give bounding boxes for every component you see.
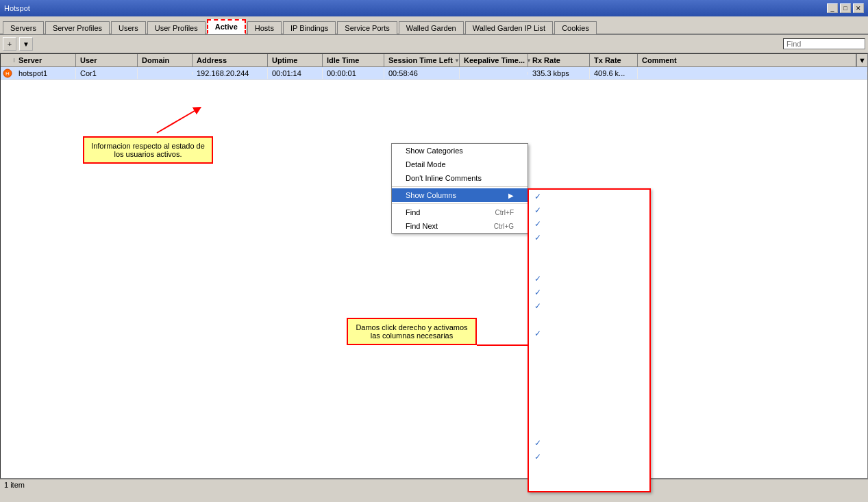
tab-cookies[interactable]: Cookies <box>554 21 597 34</box>
col-menu-button[interactable]: ▼ <box>856 54 867 66</box>
cell-server: hotspot1 <box>14 68 76 79</box>
cell-keepalive-time <box>460 72 528 75</box>
col-session-time-left[interactable]: Session Time Left <box>384 54 460 66</box>
check-keepalive-timeout: ✓ <box>534 329 541 338</box>
sm-limit-bytes-in[interactable]: Limit Bytes In <box>529 340 649 354</box>
sm-packets-out[interactable]: Packets Out <box>529 423 649 436</box>
col-idle-time[interactable]: Idle Time <box>323 54 384 66</box>
check-domain: ✓ <box>534 219 541 229</box>
arrow-1 <box>150 105 205 140</box>
sm-mac-address[interactable]: MAC Address <box>529 244 649 258</box>
table-row[interactable]: H hotspot1 Cor1 192.168.20.244 00:01:14 … <box>1 67 867 80</box>
sm-address[interactable]: ✓Address <box>529 231 649 244</box>
cm-find-next-shortcut: Ctrl+G <box>494 223 514 230</box>
tab-walled-garden[interactable]: Walled Garden <box>399 21 464 34</box>
sm-keepalive-timeout[interactable]: ✓Keepalive Timeout <box>529 327 649 340</box>
check-idle-time: ✓ <box>534 288 541 297</box>
col-uptime[interactable]: Uptime <box>268 54 323 66</box>
sm-rx-rate[interactable]: ✓Rx Rate <box>529 436 649 450</box>
cm-show-categories[interactable]: Show Categories <box>392 144 528 158</box>
cell-tx-rate: 409.6 k... <box>590 68 638 79</box>
cm-sep-1 <box>392 186 528 187</box>
sm-limit-bytes-total[interactable]: Limit Bytes Total <box>529 368 649 381</box>
status-bar: 1 item <box>0 479 868 490</box>
tab-walled-garden-ip-list[interactable]: Walled Garden IP List <box>465 21 553 34</box>
sm-server[interactable]: ✓Server <box>529 190 649 203</box>
annotation-arrow-1 <box>150 105 205 140</box>
toolbar: + ▼ <box>0 35 868 53</box>
cm-sep-2 <box>392 203 528 204</box>
sm-packets-in[interactable]: Packets In <box>529 395 649 409</box>
check-session-time-left: ✓ <box>534 301 541 311</box>
tab-user-profiles[interactable]: User Profiles <box>147 21 206 34</box>
col-address[interactable]: Address <box>193 54 268 66</box>
sm-tx-packets[interactable]: Tx Packets <box>529 477 649 491</box>
close-button[interactable]: ✕ <box>853 3 864 13</box>
check-rx-rate: ✓ <box>534 438 541 448</box>
tab-hosts[interactable]: Hosts <box>247 21 282 34</box>
tab-ip-bindings[interactable]: IP Bindings <box>283 21 336 34</box>
col-keepalive-time[interactable]: Keepalive Time... <box>460 54 528 66</box>
tab-service-ports[interactable]: Service Ports <box>337 21 397 34</box>
add-button[interactable]: + <box>3 37 16 51</box>
sm-bytes-in[interactable]: Bytes In <box>529 381 649 395</box>
annotation-box-1: Informacion respecto al estado de los us… <box>83 136 213 164</box>
context-menu: Show Categories Detail Mode Don't Inline… <box>391 143 528 234</box>
col-comment[interactable]: Comment <box>638 54 856 66</box>
title-bar-buttons: _ □ ✕ <box>827 3 864 13</box>
tab-users[interactable]: Users <box>111 21 146 34</box>
sm-limit-bytes-out[interactable]: Limit Bytes Out <box>529 354 649 368</box>
menu-tabs: Servers Server Profiles Users User Profi… <box>0 16 868 35</box>
tab-servers[interactable]: Servers <box>3 21 44 34</box>
cm-find-shortcut: Ctrl+F <box>495 209 514 216</box>
svg-text:H: H <box>5 71 10 77</box>
hotspot-window: Hotspot _ □ ✕ Servers Server Profiles Us… <box>0 0 868 502</box>
cm-find-next[interactable]: Find Next Ctrl+G <box>392 219 528 233</box>
cell-user: Cor1 <box>76 68 138 79</box>
col-rx-rate[interactable]: Rx Rate <box>528 54 590 66</box>
sm-login-by[interactable]: Login By <box>529 258 649 272</box>
minimize-button[interactable]: _ <box>827 3 838 13</box>
check-uptime: ✓ <box>534 274 541 284</box>
cm-show-columns[interactable]: Show Columns ▶ ✓Server ✓User ✓Domain ✓Ad… <box>392 188 528 202</box>
tab-active[interactable]: Active <box>207 19 246 34</box>
main-content: Server User Domain Address Uptime Idle T… <box>0 53 868 479</box>
tab-server-profiles[interactable]: Server Profiles <box>45 21 110 34</box>
cell-idle-time: 00:00:01 <box>323 68 384 79</box>
cm-find[interactable]: Find Ctrl+F <box>392 205 528 219</box>
row-icon: H <box>1 67 14 79</box>
cm-dont-inline-comments[interactable]: Don't Inline Comments <box>392 171 528 185</box>
col-server[interactable]: Server <box>14 54 76 66</box>
sm-uptime[interactable]: ✓Uptime <box>529 272 649 286</box>
title-bar-text: Hotspot <box>4 4 30 12</box>
cm-detail-mode[interactable]: Detail Mode <box>392 158 528 171</box>
sm-user[interactable]: ✓User <box>529 203 649 217</box>
sm-idle-timeout[interactable]: Idle Timeout <box>529 313 649 327</box>
title-bar: Hotspot _ □ ✕ <box>0 0 868 16</box>
sm-idle-time[interactable]: ✓Idle Time <box>529 286 649 299</box>
sm-domain[interactable]: ✓Domain <box>529 217 649 231</box>
col-user[interactable]: User <box>76 54 138 66</box>
cell-comment <box>638 72 867 75</box>
find-input[interactable] <box>783 38 865 49</box>
col-domain[interactable]: Domain <box>138 54 193 66</box>
sm-session-time-left[interactable]: ✓Session Time Left <box>529 299 649 313</box>
maximize-button[interactable]: □ <box>840 3 851 13</box>
cell-uptime: 00:01:14 <box>268 68 323 79</box>
check-tx-rate: ✓ <box>534 452 541 462</box>
hotspot-icon: H <box>3 68 12 78</box>
sm-rx-packets[interactable]: Rx Packets <box>529 464 649 477</box>
col-tx-rate[interactable]: Tx Rate <box>590 54 638 66</box>
find-box <box>783 38 865 49</box>
cell-domain <box>138 72 193 75</box>
annotation-box-2: Damos click derecho y activamos las colu… <box>347 318 477 345</box>
cell-address: 192.168.20.244 <box>193 68 268 79</box>
cell-session-time-left: 00:58:46 <box>384 68 460 79</box>
status-text: 1 item <box>4 481 25 489</box>
filter-button[interactable]: ▼ <box>19 37 33 51</box>
svg-line-3 <box>157 109 198 133</box>
check-address: ✓ <box>534 233 541 242</box>
sm-bytes-out[interactable]: Bytes Out <box>529 409 649 423</box>
table-header: Server User Domain Address Uptime Idle T… <box>1 54 867 67</box>
sm-tx-rate[interactable]: ✓Tx Rate <box>529 450 649 464</box>
